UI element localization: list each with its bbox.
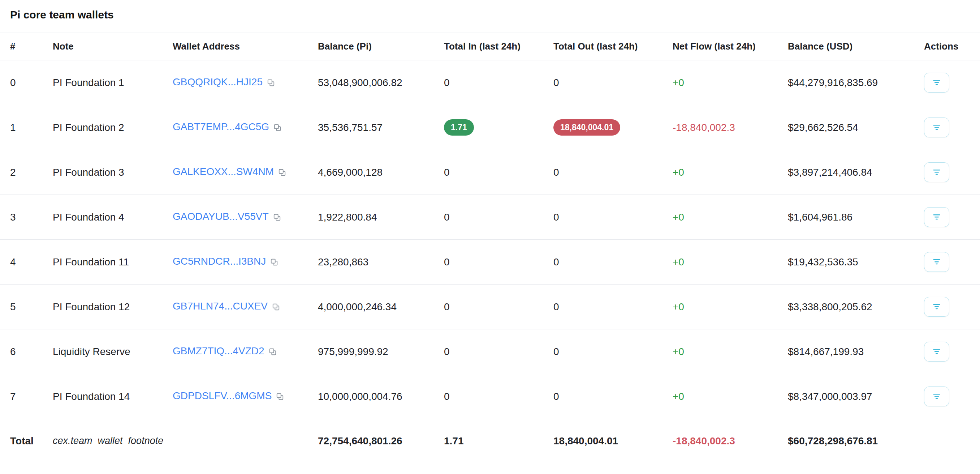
balance-pi: 23,280,863 <box>318 240 444 284</box>
row-index: 1 <box>0 105 53 150</box>
actions-filter-button[interactable] <box>924 207 949 227</box>
total-out-cell: 0 <box>554 329 673 374</box>
total-out: 18,840,004.01 <box>554 419 673 463</box>
net-flow-cell: +0 <box>673 284 788 329</box>
balance-usd: $44,279,916,835.69 <box>788 61 924 105</box>
total-out-cell: 0 <box>554 150 673 195</box>
wallet-note: PI Foundation 2 <box>53 105 173 150</box>
column-header-balance-pi: Balance (Pi) <box>318 33 444 61</box>
balance-usd: $19,432,536.35 <box>788 240 924 284</box>
copy-icon[interactable] <box>278 168 286 179</box>
wallet-address-cell: GC5RNDCR...I3BNJ <box>173 240 318 284</box>
filter-icon <box>932 256 942 268</box>
total-out-value: 0 <box>554 77 559 88</box>
total-actions-empty <box>924 419 980 463</box>
total-in-cell: 0 <box>444 195 554 240</box>
total-in-value: 0 <box>444 77 450 88</box>
actions-filter-button[interactable] <box>924 297 949 317</box>
balance-pi: 975,999,999.92 <box>318 329 444 374</box>
filter-icon <box>932 301 942 313</box>
copy-icon[interactable] <box>274 123 282 134</box>
actions-cell <box>924 329 980 374</box>
filter-icon <box>932 212 942 223</box>
total-in-cell: 0 <box>444 374 554 419</box>
wallet-address-cell: GBMZ7TIQ...4VZD2 <box>173 329 318 374</box>
actions-cell <box>924 284 980 329</box>
wallet-address-link[interactable]: GDPDSLFV...6MGMS <box>173 390 272 401</box>
actions-filter-button[interactable] <box>924 162 949 182</box>
row-index: 4 <box>0 240 53 284</box>
total-row: Total cex.team_wallet_footnote 72,754,64… <box>0 419 980 463</box>
wallet-address-link[interactable]: GBQQRIQK...HJI25 <box>173 76 262 88</box>
total-out-value: 0 <box>554 301 559 313</box>
wallet-address-link[interactable]: GB7HLN74...CUXEV <box>173 300 268 312</box>
column-header-net-flow: Net Flow (last 24h) <box>673 33 788 61</box>
filter-icon <box>932 346 942 357</box>
column-header-index: # <box>0 33 53 61</box>
net-flow-value: +0 <box>673 212 684 223</box>
total-net-flow: -18,840,002.3 <box>673 419 788 463</box>
total-footnote: cex.team_wallet_footnote <box>53 419 173 463</box>
balance-pi: 53,048,900,006.82 <box>318 61 444 105</box>
filter-icon <box>932 391 942 402</box>
wallet-note: PI Foundation 4 <box>53 195 173 240</box>
balance-pi: 35,536,751.57 <box>318 105 444 150</box>
total-in-cell: 0 <box>444 61 554 105</box>
actions-filter-button[interactable] <box>924 252 949 272</box>
row-index: 0 <box>0 61 53 105</box>
actions-cell <box>924 61 980 105</box>
total-in-badge: 1.71 <box>444 119 474 136</box>
actions-filter-button[interactable] <box>924 73 949 93</box>
wallet-address-link[interactable]: GALKEOXX...SW4NM <box>173 166 274 177</box>
net-flow-value: -18,840,002.3 <box>673 122 735 133</box>
wallet-address-cell: GB7HLN74...CUXEV <box>173 284 318 329</box>
copy-icon[interactable] <box>276 391 284 403</box>
total-label: Total <box>0 419 53 463</box>
total-out-cell: 0 <box>554 284 673 329</box>
copy-icon[interactable] <box>269 347 277 358</box>
wallet-note: PI Foundation 12 <box>53 284 173 329</box>
total-in-value: 0 <box>444 256 450 268</box>
wallet-address-link[interactable]: GBMZ7TIQ...4VZD2 <box>173 345 264 356</box>
wallet-address-link[interactable]: GAODAYUB...V55VT <box>173 211 269 222</box>
wallet-address-cell: GBQQRIQK...HJI25 <box>173 61 318 105</box>
row-index: 6 <box>0 329 53 374</box>
wallet-address-cell: GABT7EMP...4GC5G <box>173 105 318 150</box>
copy-icon[interactable] <box>272 302 280 313</box>
actions-cell <box>924 240 980 284</box>
page-title: Pi core team wallets <box>10 9 980 21</box>
total-out-cell: 0 <box>554 374 673 419</box>
wallet-address-cell: GDPDSLFV...6MGMS <box>173 374 318 419</box>
balance-pi: 4,669,000,128 <box>318 150 444 195</box>
wallet-address-link[interactable]: GABT7EMP...4GC5G <box>173 121 269 132</box>
total-in-value: 0 <box>444 346 450 357</box>
wallet-note: Liquidity Reserve <box>53 329 173 374</box>
wallet-note: PI Foundation 14 <box>53 374 173 419</box>
net-flow-value: +0 <box>673 256 684 268</box>
total-out-value: 0 <box>554 256 559 268</box>
total-out-cell: 0 <box>554 61 673 105</box>
wallet-note: PI Foundation 1 <box>53 61 173 105</box>
total-out-cell: 0 <box>554 195 673 240</box>
copy-icon[interactable] <box>273 212 281 224</box>
actions-filter-button[interactable] <box>924 118 949 137</box>
net-flow-cell: +0 <box>673 195 788 240</box>
header-row: # Note Wallet Address Balance (Pi) Total… <box>0 33 980 61</box>
balance-pi: 1,922,800.84 <box>318 195 444 240</box>
column-header-total-in: Total In (last 24h) <box>444 33 554 61</box>
wallet-address-link[interactable]: GC5RNDCR...I3BNJ <box>173 255 266 267</box>
total-in-cell: 1.71 <box>444 105 554 150</box>
balance-pi: 10,000,000,004.76 <box>318 374 444 419</box>
copy-icon[interactable] <box>270 257 278 269</box>
total-in-value: 0 <box>444 212 450 223</box>
total-in-cell: 0 <box>444 329 554 374</box>
total-in-cell: 0 <box>444 284 554 329</box>
row-index: 3 <box>0 195 53 240</box>
balance-usd: $29,662,526.54 <box>788 105 924 150</box>
net-flow-cell: +0 <box>673 329 788 374</box>
copy-icon[interactable] <box>267 78 275 89</box>
balance-usd: $814,667,199.93 <box>788 329 924 374</box>
actions-filter-button[interactable] <box>924 386 949 406</box>
actions-filter-button[interactable] <box>924 342 949 362</box>
total-out-value: 0 <box>554 167 559 178</box>
